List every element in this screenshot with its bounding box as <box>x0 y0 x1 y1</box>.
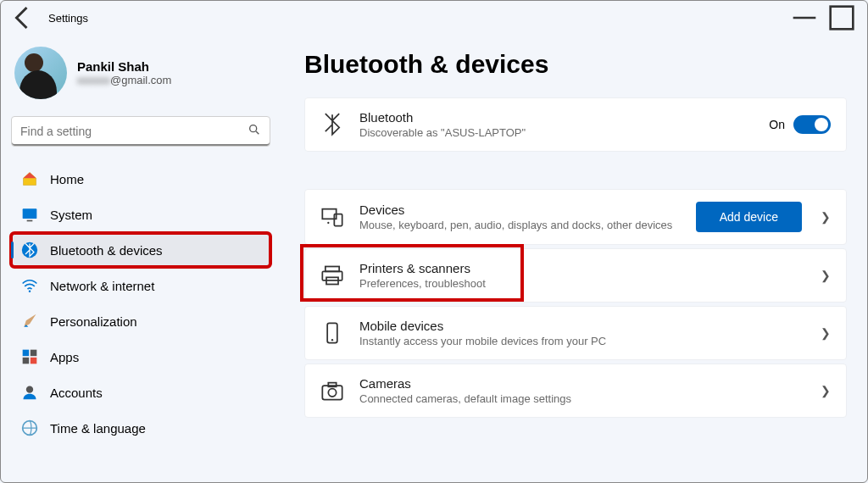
printer-icon <box>320 264 344 287</box>
add-device-button[interactable]: Add device <box>696 202 802 232</box>
search-box[interactable] <box>11 116 270 147</box>
chevron-right-icon: ❯ <box>821 210 831 224</box>
svg-rect-16 <box>322 271 342 280</box>
svg-point-1 <box>250 125 257 132</box>
home-icon <box>21 170 38 187</box>
card-title: Mobile devices <box>359 319 814 333</box>
bluetooth-icon <box>320 113 344 136</box>
card-title: Cameras <box>359 376 814 391</box>
card-title: Printers & scanners <box>359 261 814 275</box>
nav-label: Time & language <box>50 421 146 436</box>
svg-point-14 <box>327 222 329 224</box>
cameras-card[interactable]: Cameras Connected cameras, default image… <box>304 364 847 418</box>
card-sub: Discoverable as "ASUS-LAPTOP" <box>359 126 769 139</box>
card-sub: Preferences, troubleshoot <box>359 277 814 290</box>
bluetooth-toggle[interactable]: On <box>769 115 831 134</box>
arrow-left-icon <box>8 3 38 33</box>
svg-rect-6 <box>23 350 30 357</box>
nav-label: Accounts <box>50 386 103 400</box>
main-content: Bluetooth & devices Bluetooth Discoverab… <box>281 35 867 482</box>
profile-text: Pankil Shah xxxxxx@gmail.com <box>77 59 171 86</box>
sidebar: Pankil Shah xxxxxx@gmail.com Home System <box>1 35 281 482</box>
devices-card[interactable]: Devices Mouse, keyboard, pen, audio, dis… <box>304 189 847 245</box>
svg-rect-13 <box>334 214 342 226</box>
card-sub: Mouse, keyboard, pen, audio, displays an… <box>359 219 696 231</box>
svg-rect-9 <box>31 358 37 364</box>
devices-icon <box>320 205 344 229</box>
brush-icon <box>21 313 38 330</box>
svg-rect-7 <box>31 350 37 357</box>
search-icon <box>248 123 261 140</box>
nav-time-language[interactable]: Time & language <box>11 411 270 445</box>
window-title: Settings <box>48 12 88 25</box>
maximize-icon <box>823 4 860 31</box>
chevron-right-icon: ❯ <box>821 384 831 397</box>
svg-rect-3 <box>27 220 33 222</box>
profile-name: Pankil Shah <box>77 59 171 74</box>
email-prefix: xxxxxx <box>77 74 110 86</box>
svg-point-5 <box>29 290 31 292</box>
minimize-button[interactable] <box>786 4 823 31</box>
nav-accounts[interactable]: Accounts <box>11 375 270 409</box>
bluetooth-icon <box>21 242 38 258</box>
card-sub: Connected cameras, default image setting… <box>359 392 814 405</box>
titlebar: Settings <box>1 1 867 35</box>
mobile-icon <box>320 321 344 345</box>
nav-network[interactable]: Network & internet <box>11 269 270 303</box>
chevron-right-icon: ❯ <box>821 326 831 340</box>
toggle-switch[interactable] <box>793 115 831 134</box>
card-sub: Instantly access your mobile devices fro… <box>359 335 814 347</box>
maximize-button[interactable] <box>823 4 860 31</box>
wifi-icon <box>21 277 38 294</box>
nav-home[interactable]: Home <box>11 162 270 196</box>
window-controls <box>786 4 860 31</box>
nav-label: Home <box>50 172 84 186</box>
minimize-icon <box>786 4 823 31</box>
nav-label: Apps <box>50 350 79 364</box>
back-button[interactable] <box>8 3 38 33</box>
profile[interactable]: Pankil Shah xxxxxx@gmail.com <box>11 38 270 113</box>
nav-label: Personalization <box>50 314 137 329</box>
page-title: Bluetooth & devices <box>304 50 847 79</box>
nav-label: Bluetooth & devices <box>50 243 163 258</box>
nav: Home System Bluetooth & devices Network … <box>11 162 270 445</box>
chevron-right-icon: ❯ <box>821 269 831 282</box>
nav-apps[interactable]: Apps <box>11 340 270 374</box>
svg-rect-20 <box>322 386 342 399</box>
apps-icon <box>21 348 38 365</box>
svg-point-19 <box>331 339 333 341</box>
printers-scanners-card[interactable]: Printers & scanners Preferences, trouble… <box>304 248 847 303</box>
svg-rect-0 <box>831 7 854 30</box>
accounts-icon <box>21 384 38 401</box>
profile-email: xxxxxx@gmail.com <box>77 74 171 86</box>
svg-rect-22 <box>328 383 336 387</box>
card-title: Bluetooth <box>359 110 769 125</box>
toggle-label: On <box>769 118 785 131</box>
camera-icon <box>320 379 344 402</box>
search-input[interactable] <box>20 125 248 138</box>
system-icon <box>21 206 38 223</box>
card-title: Devices <box>359 203 696 217</box>
mobile-devices-card[interactable]: Mobile devices Instantly access your mob… <box>304 306 847 360</box>
avatar <box>14 47 67 99</box>
svg-point-10 <box>26 386 33 393</box>
nav-label: Network & internet <box>50 279 154 293</box>
nav-bluetooth-devices[interactable]: Bluetooth & devices <box>11 233 270 267</box>
email-suffix: @gmail.com <box>110 74 171 86</box>
nav-system[interactable]: System <box>11 197 270 231</box>
globe-clock-icon <box>21 419 38 436</box>
svg-point-21 <box>328 389 336 397</box>
nav-personalization[interactable]: Personalization <box>11 304 270 338</box>
svg-rect-2 <box>23 208 37 219</box>
svg-rect-8 <box>23 358 30 364</box>
bluetooth-card: Bluetooth Discoverable as "ASUS-LAPTOP" … <box>304 97 847 152</box>
nav-label: System <box>50 208 92 222</box>
